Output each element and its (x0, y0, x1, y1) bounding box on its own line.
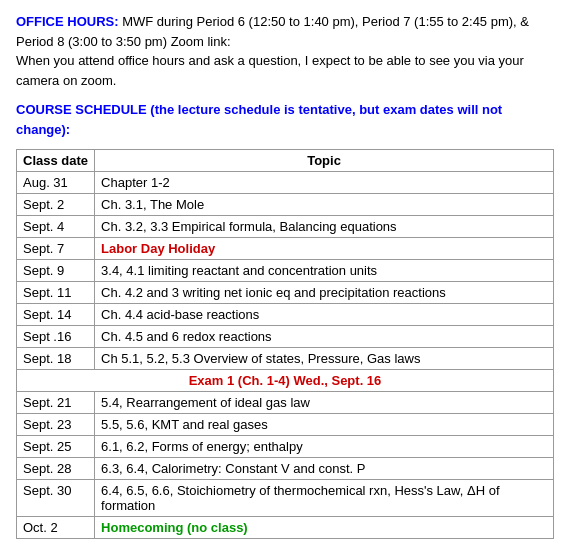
table-row: Sept. 215.4, Rearrangement of ideal gas … (17, 392, 554, 414)
schedule-table: Class date Topic Aug. 31Chapter 1-2Sept.… (16, 149, 554, 539)
table-row: Sept. 18Ch 5.1, 5.2, 5.3 Overview of sta… (17, 348, 554, 370)
row-topic: Ch. 4.4 acid-base reactions (95, 304, 554, 326)
table-row: Sept. 7Labor Day Holiday (17, 238, 554, 260)
header-topic: Topic (95, 150, 554, 172)
row-date: Sept. 28 (17, 458, 95, 480)
row-date: Sept. 9 (17, 260, 95, 282)
table-row: Sept. 4Ch. 3.2, 3.3 Empirical formula, B… (17, 216, 554, 238)
table-row: Sept. 11Ch. 4.2 and 3 writing net ionic … (17, 282, 554, 304)
row-topic: Ch 5.1, 5.2, 5.3 Overview of states, Pre… (95, 348, 554, 370)
row-date: Sept. 7 (17, 238, 95, 260)
table-row: Sept. 2Ch. 3.1, The Mole (17, 194, 554, 216)
table-row: Sept. 256.1, 6.2, Forms of energy; entha… (17, 436, 554, 458)
table-row: Aug. 31Chapter 1-2 (17, 172, 554, 194)
table-row: Oct. 2Homecoming (no class) (17, 517, 554, 539)
row-date: Sept. 30 (17, 480, 95, 517)
row-date: Sept. 4 (17, 216, 95, 238)
row-date: Sept. 14 (17, 304, 95, 326)
office-hours-label: OFFICE HOURS: (16, 14, 119, 29)
row-date: Sept .16 (17, 326, 95, 348)
course-schedule-header: COURSE SCHEDULE (the lecture schedule is… (16, 100, 554, 139)
row-date: Sept. 23 (17, 414, 95, 436)
row-topic: 5.5, 5.6, KMT and real gases (95, 414, 554, 436)
row-topic: 6.1, 6.2, Forms of energy; enthalpy (95, 436, 554, 458)
row-topic: 3.4, 4.1 limiting reactant and concentra… (95, 260, 554, 282)
row-topic: Ch. 3.2, 3.3 Empirical formula, Balancin… (95, 216, 554, 238)
table-row: Sept. 235.5, 5.6, KMT and real gases (17, 414, 554, 436)
row-date: Sept. 21 (17, 392, 95, 414)
table-row: Exam 1 (Ch. 1-4) Wed., Sept. 16 (17, 370, 554, 392)
course-schedule-label: COURSE SCHEDULE (16, 102, 147, 117)
table-row: Sept. 286.3, 6.4, Calorimetry: Constant … (17, 458, 554, 480)
row-date: Sept. 18 (17, 348, 95, 370)
office-hours-section: OFFICE HOURS: MWF during Period 6 (12:50… (16, 12, 554, 90)
row-date: Oct. 2 (17, 517, 95, 539)
header-class-date: Class date (17, 150, 95, 172)
row-date: Sept. 2 (17, 194, 95, 216)
row-date: Aug. 31 (17, 172, 95, 194)
row-topic: Chapter 1-2 (95, 172, 554, 194)
row-topic: 6.4, 6.5, 6.6, Stoichiometry of thermoch… (95, 480, 554, 517)
row-topic: 5.4, Rearrangement of ideal gas law (95, 392, 554, 414)
row-topic: Ch. 4.2 and 3 writing net ionic eq and p… (95, 282, 554, 304)
row-topic: Labor Day Holiday (95, 238, 554, 260)
table-row: Sept .16Ch. 4.5 and 6 redox reactions (17, 326, 554, 348)
row-topic: Ch. 4.5 and 6 redox reactions (95, 326, 554, 348)
row-date: Sept. 25 (17, 436, 95, 458)
table-row: Sept. 93.4, 4.1 limiting reactant and co… (17, 260, 554, 282)
row-topic: Ch. 3.1, The Mole (95, 194, 554, 216)
row-topic: 6.3, 6.4, Calorimetry: Constant V and co… (95, 458, 554, 480)
table-row: Sept. 14Ch. 4.4 acid-base reactions (17, 304, 554, 326)
row-topic: Homecoming (no class) (95, 517, 554, 539)
table-row: Sept. 306.4, 6.5, 6.6, Stoichiometry of … (17, 480, 554, 517)
exam-row-cell: Exam 1 (Ch. 1-4) Wed., Sept. 16 (17, 370, 554, 392)
row-date: Sept. 11 (17, 282, 95, 304)
office-hours-line2: When you attend office hours and ask a q… (16, 53, 524, 88)
